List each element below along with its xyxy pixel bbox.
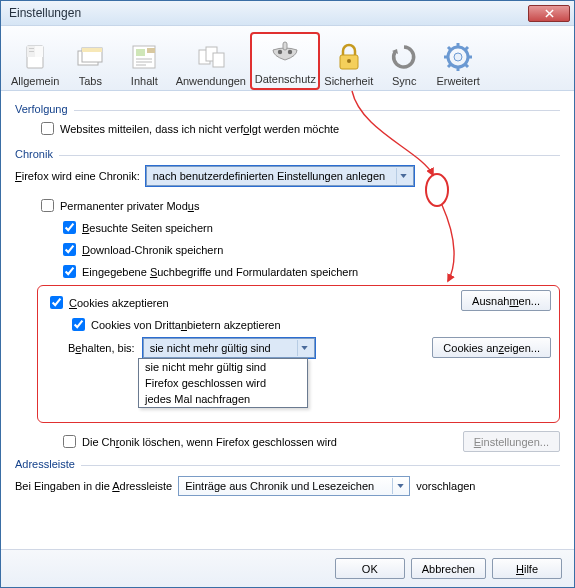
addressbar-select[interactable]: Einträge aus Chronik und Lesezeichen [178, 476, 410, 496]
close-button[interactable] [528, 5, 570, 22]
tab-label: Anwendungen [176, 75, 246, 87]
titlebar: Einstellungen [1, 1, 574, 26]
tab-label: Datenschutz [255, 73, 316, 85]
tab-content[interactable]: Inhalt [117, 32, 171, 90]
ok-button[interactable]: OK [335, 558, 405, 579]
tab-applications[interactable]: Anwendungen [171, 32, 250, 90]
apps-icon [195, 41, 227, 73]
svg-rect-14 [283, 42, 287, 50]
svg-rect-11 [213, 53, 224, 67]
thirdparty-cookies-label: Cookies von Drittanbietern akzeptieren [91, 319, 281, 331]
clear-on-close-label: Die Chronik löschen, wenn Firefox geschl… [82, 436, 337, 448]
tab-advanced[interactable]: Erweitert [431, 32, 485, 90]
tab-security[interactable]: Sicherheit [320, 32, 377, 90]
close-icon [545, 9, 554, 18]
chronicle-mode-select[interactable]: nach benutzerdefinierten Einstellungen a… [146, 166, 414, 186]
security-icon [333, 41, 365, 73]
keep-until-dropdown: sie nicht mehr gültig sind Firefox gesch… [138, 358, 308, 408]
keep-until-value: sie nicht mehr gültig sind [150, 342, 275, 354]
tab-privacy[interactable]: Datenschutz [250, 32, 320, 90]
tab-label: Inhalt [131, 75, 158, 87]
keep-option[interactable]: sie nicht mehr gültig sind [139, 359, 307, 375]
dialog-footer: OK Abbrechen Hilfe [1, 549, 574, 587]
chevron-down-icon [396, 168, 411, 184]
chronicle-mode-label: Firefox wird eine Chronik: [15, 170, 140, 182]
svg-rect-7 [136, 49, 145, 56]
accept-cookies-label: Cookies akzeptieren [69, 297, 169, 309]
keep-until-label: Behalten, bis: [68, 342, 135, 354]
clear-settings-button[interactable]: Einstellungen... [463, 431, 560, 452]
chevron-down-icon [297, 340, 312, 356]
clear-on-close-checkbox[interactable] [63, 435, 76, 448]
keep-option[interactable]: jedes Mal nachfragen [139, 391, 307, 407]
sync-icon [388, 41, 420, 73]
dnt-checkbox[interactable] [41, 122, 54, 135]
tab-sync[interactable]: Sync [377, 32, 431, 90]
tracking-heading: Verfolgung [15, 103, 560, 115]
tracking-group: Verfolgung Websites mitteilen, dass ich … [15, 103, 560, 138]
show-cookies-button[interactable]: Cookies anzeigen... [432, 337, 551, 358]
tab-label: Erweitert [437, 75, 480, 87]
search-form-checkbox[interactable] [63, 265, 76, 278]
svg-rect-5 [82, 48, 102, 52]
svg-point-18 [454, 53, 462, 61]
window-title: Einstellungen [9, 6, 528, 20]
thirdparty-cookies-checkbox[interactable] [72, 318, 85, 331]
cookies-section: Cookies akzeptieren Cookies von Drittanb… [37, 285, 560, 423]
download-history-checkbox[interactable] [63, 243, 76, 256]
help-button[interactable]: Hilfe [492, 558, 562, 579]
addressbar-group: Adressleiste Bei Eingaben in die Adressl… [15, 458, 560, 496]
download-history-label: Download-Chronik speichern [82, 244, 223, 256]
settings-dialog: Einstellungen Allgemein Tabs Inhalt [0, 0, 575, 588]
search-form-label: Eingegebene Suchbegriffe und Formulardat… [82, 266, 358, 278]
svg-rect-8 [147, 48, 155, 53]
tab-label: Allgemein [11, 75, 59, 87]
tabs-icon [74, 41, 106, 73]
addressbar-label: Bei Eingaben in die Adressleiste [15, 480, 172, 492]
exceptions-button[interactable]: Ausnahmen... [461, 290, 551, 311]
advanced-icon [442, 41, 474, 73]
content-icon [128, 41, 160, 73]
addressbar-select-value: Einträge aus Chronik und Lesezeichen [185, 480, 378, 492]
chronicle-mode-value: nach benutzerdefinierten Einstellungen a… [153, 170, 389, 182]
visited-pages-checkbox[interactable] [63, 221, 76, 234]
chevron-down-icon [392, 478, 407, 494]
chronicle-heading: Chronik [15, 148, 560, 160]
keep-option[interactable]: Firefox geschlossen wird [139, 375, 307, 391]
privacy-icon [269, 39, 301, 71]
addressbar-suffix: vorschlagen [416, 480, 475, 492]
cancel-button[interactable]: Abbrechen [411, 558, 486, 579]
svg-point-13 [288, 50, 292, 54]
tab-tabs[interactable]: Tabs [63, 32, 117, 90]
addressbar-heading: Adressleiste [15, 458, 560, 470]
dnt-label: Websites mitteilen, dass ich nicht verfo… [60, 123, 339, 135]
svg-rect-2 [35, 46, 43, 57]
tab-label: Sicherheit [324, 75, 373, 87]
visited-pages-label: Besuchte Seiten speichern [82, 222, 213, 234]
toolbar: Allgemein Tabs Inhalt Anwendungen Datens… [1, 26, 574, 91]
permanent-private-label: Permanenter privater Modus [60, 200, 199, 212]
permanent-private-checkbox[interactable] [41, 199, 54, 212]
accept-cookies-checkbox[interactable] [50, 296, 63, 309]
tab-general[interactable]: Allgemein [7, 32, 63, 90]
tab-label: Tabs [79, 75, 102, 87]
svg-point-16 [347, 59, 351, 63]
chronicle-group: Chronik Firefox wird eine Chronik: nach … [15, 148, 560, 452]
general-icon [19, 41, 51, 73]
svg-point-12 [278, 50, 282, 54]
keep-until-select[interactable]: sie nicht mehr gültig sind [143, 338, 315, 358]
tab-label: Sync [392, 75, 416, 87]
content-pane: Verfolgung Websites mitteilen, dass ich … [1, 91, 574, 549]
